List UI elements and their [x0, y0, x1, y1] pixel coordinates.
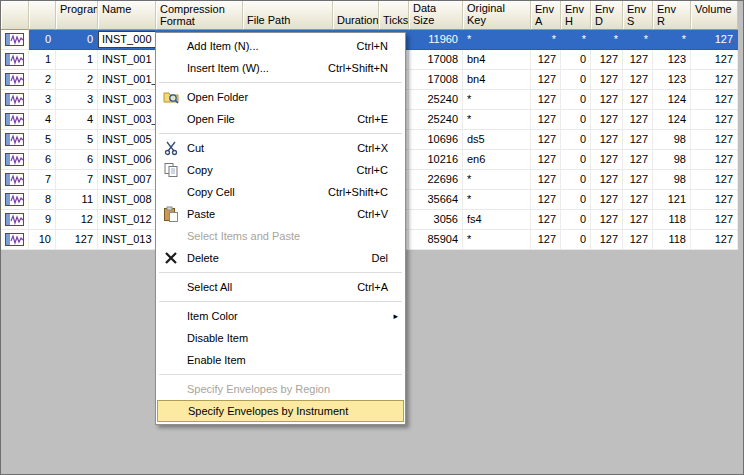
- cell-volume[interactable]: 127: [691, 30, 738, 50]
- cell-env_r[interactable]: 124: [653, 90, 691, 110]
- cell-program[interactable]: 127: [56, 230, 98, 250]
- column-header-env_h[interactable]: Env H: [561, 1, 591, 30]
- cell-env_r[interactable]: 123: [653, 70, 691, 90]
- cell-icon[interactable]: [1, 190, 29, 210]
- cell-index[interactable]: 7: [29, 170, 56, 190]
- cell-index[interactable]: 6: [29, 150, 56, 170]
- cell-data_size[interactable]: 10696: [409, 130, 463, 150]
- cell-volume[interactable]: 127: [691, 230, 738, 250]
- cell-index[interactable]: 3: [29, 90, 56, 110]
- cell-index[interactable]: 4: [29, 110, 56, 130]
- cell-volume[interactable]: 127: [691, 190, 738, 210]
- column-header-env_r[interactable]: Env R: [653, 1, 691, 30]
- inline-edit-box[interactable]: INST_000: [98, 31, 156, 48]
- cell-name[interactable]: INST_012: [98, 210, 156, 230]
- cell-index[interactable]: 1: [29, 50, 56, 70]
- cell-name[interactable]: INST_008: [98, 190, 156, 210]
- cell-env_s[interactable]: 127: [623, 70, 653, 90]
- cell-env_s[interactable]: *: [623, 30, 653, 50]
- cell-env_a[interactable]: 127: [531, 190, 561, 210]
- cell-env_r[interactable]: 118: [653, 210, 691, 230]
- cell-program[interactable]: 4: [56, 110, 98, 130]
- menu-item-insert-item-w[interactable]: Insert Item (W)...Ctrl+Shift+N: [157, 57, 404, 79]
- menu-item-select-all[interactable]: Select AllCtrl+A: [157, 276, 404, 298]
- menu-item-specify-envelopes-by-instrument[interactable]: Specify Envelopes by Instrument: [157, 400, 404, 422]
- cell-data_size[interactable]: 22696: [409, 170, 463, 190]
- column-header-program[interactable]: Program: [56, 1, 98, 30]
- cell-original_key[interactable]: *: [463, 230, 531, 250]
- cell-index[interactable]: 0: [29, 30, 56, 50]
- cell-env_s[interactable]: 127: [623, 150, 653, 170]
- cell-name[interactable]: INST_007: [98, 170, 156, 190]
- cell-name[interactable]: INST_003_0: [98, 110, 156, 130]
- cell-program[interactable]: 2: [56, 70, 98, 90]
- column-header-volume[interactable]: Volume: [691, 1, 738, 30]
- cell-env_d[interactable]: 127: [591, 150, 623, 170]
- cell-env_r[interactable]: 124: [653, 110, 691, 130]
- column-header-compression[interactable]: Compression Format: [156, 1, 243, 30]
- cell-volume[interactable]: 127: [691, 210, 738, 230]
- cell-env_r[interactable]: 123: [653, 50, 691, 70]
- cell-env_a[interactable]: 127: [531, 230, 561, 250]
- cell-index[interactable]: 9: [29, 210, 56, 230]
- column-header-index[interactable]: [29, 1, 56, 30]
- column-header-data_size[interactable]: Data Size: [409, 1, 463, 30]
- cell-name[interactable]: INST_005: [98, 130, 156, 150]
- cell-env_r[interactable]: *: [653, 30, 691, 50]
- cell-data_size[interactable]: 3056: [409, 210, 463, 230]
- menu-item-enable-item[interactable]: Enable Item: [157, 349, 404, 371]
- cell-volume[interactable]: 127: [691, 130, 738, 150]
- cell-env_r[interactable]: 121: [653, 190, 691, 210]
- cell-icon[interactable]: [1, 90, 29, 110]
- cell-icon[interactable]: [1, 130, 29, 150]
- menu-item-open-folder[interactable]: Open Folder: [157, 86, 404, 108]
- cell-env_a[interactable]: 127: [531, 70, 561, 90]
- cell-icon[interactable]: [1, 170, 29, 190]
- column-header-name[interactable]: Name: [98, 1, 156, 30]
- cell-env_h[interactable]: *: [561, 30, 591, 50]
- cell-icon[interactable]: [1, 50, 29, 70]
- cell-name[interactable]: INST_003: [98, 90, 156, 110]
- menu-item-disable-item[interactable]: Disable Item: [157, 327, 404, 349]
- cell-env_d[interactable]: 127: [591, 110, 623, 130]
- cell-data_size[interactable]: 25240: [409, 90, 463, 110]
- column-header-env_a[interactable]: Env A: [531, 1, 561, 30]
- cell-volume[interactable]: 127: [691, 150, 738, 170]
- cell-original_key[interactable]: *: [463, 90, 531, 110]
- cell-icon[interactable]: [1, 230, 29, 250]
- cell-program[interactable]: 11: [56, 190, 98, 210]
- cell-env_h[interactable]: 0: [561, 230, 591, 250]
- cell-program[interactable]: 6: [56, 150, 98, 170]
- cell-original_key[interactable]: *: [463, 190, 531, 210]
- cell-env_s[interactable]: 127: [623, 190, 653, 210]
- cell-env_a[interactable]: 127: [531, 130, 561, 150]
- column-header-icon[interactable]: [1, 1, 29, 30]
- cell-env_s[interactable]: 127: [623, 130, 653, 150]
- cell-index[interactable]: 5: [29, 130, 56, 150]
- cell-env_a[interactable]: 127: [531, 210, 561, 230]
- cell-program[interactable]: 12: [56, 210, 98, 230]
- cell-data_size[interactable]: 11960: [409, 30, 463, 50]
- cell-env_d[interactable]: 127: [591, 90, 623, 110]
- cell-env_h[interactable]: 0: [561, 190, 591, 210]
- cell-volume[interactable]: 127: [691, 70, 738, 90]
- menu-item-copy[interactable]: CopyCtrl+C: [157, 159, 404, 181]
- menu-item-open-file[interactable]: Open FileCtrl+E: [157, 108, 404, 130]
- cell-original_key[interactable]: fs4: [463, 210, 531, 230]
- cell-index[interactable]: 2: [29, 70, 56, 90]
- cell-env_r[interactable]: 98: [653, 150, 691, 170]
- menu-item-delete[interactable]: DeleteDel: [157, 247, 404, 269]
- cell-icon[interactable]: [1, 110, 29, 130]
- column-header-env_s[interactable]: Env S: [623, 1, 653, 30]
- cell-volume[interactable]: 127: [691, 50, 738, 70]
- cell-program[interactable]: 7: [56, 170, 98, 190]
- cell-env_h[interactable]: 0: [561, 170, 591, 190]
- cell-env_a[interactable]: *: [531, 30, 561, 50]
- cell-name[interactable]: INST_001_0: [98, 70, 156, 90]
- menu-item-add-item-n[interactable]: Add Item (N)...Ctrl+N: [157, 35, 404, 57]
- cell-env_a[interactable]: 127: [531, 110, 561, 130]
- cell-data_size[interactable]: 85904: [409, 230, 463, 250]
- column-header-env_d[interactable]: Env D: [591, 1, 623, 30]
- cell-env_d[interactable]: 127: [591, 170, 623, 190]
- cell-volume[interactable]: 127: [691, 90, 738, 110]
